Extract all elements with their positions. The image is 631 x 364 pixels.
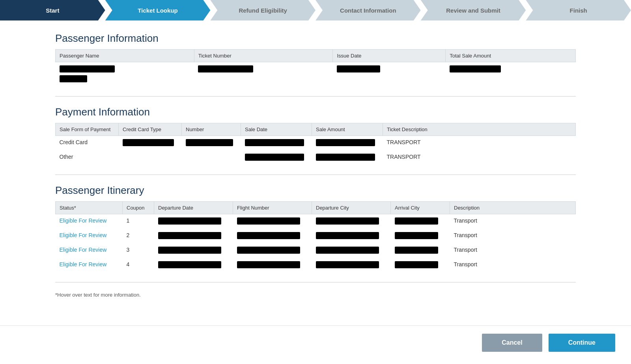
step-contact-information[interactable]: Contact Information [316, 0, 421, 20]
itinerary-description-1: Transport [450, 214, 576, 229]
itinerary-arrival-city-4 [391, 258, 450, 273]
itinerary-departure-city-3 [312, 243, 391, 258]
table-row [56, 62, 576, 87]
col-header-issue-date: Issue Date [333, 50, 446, 62]
col-header-sale-date: Sale Date [241, 123, 312, 136]
itinerary-departure-date-2 [154, 229, 233, 243]
col-header-arrival-city: Arrival City [391, 202, 450, 214]
issue-date-cell [333, 62, 446, 87]
table-row: Eligible For Review 2 Transport [56, 229, 576, 243]
table-row: Other TRANSPORT [56, 150, 576, 165]
passenger-information-title: Passenger Information [55, 32, 576, 45]
continue-button[interactable]: Continue [549, 334, 615, 352]
step-finish[interactable]: Finish [526, 0, 631, 20]
itinerary-arrival-city-2 [391, 229, 450, 243]
passenger-information-table: Passenger Name Ticket Number Issue Date … [55, 49, 576, 87]
col-header-ticket-description: Ticket Description [383, 123, 576, 136]
ticket-number-cell [194, 62, 333, 87]
sale-date-1 [241, 136, 312, 151]
credit-card-type-2 [119, 150, 182, 165]
passenger-name-cell [56, 62, 194, 87]
col-header-flight-number: Flight Number [233, 202, 312, 214]
itinerary-status-2: Eligible For Review [56, 229, 123, 243]
itinerary-departure-date-3 [154, 243, 233, 258]
itinerary-coupon-4: 4 [123, 258, 154, 273]
divider-3 [55, 282, 576, 282]
sale-date-2 [241, 150, 312, 165]
credit-card-type-1 [119, 136, 182, 151]
itinerary-departure-date-4 [154, 258, 233, 273]
divider-2 [55, 175, 576, 175]
table-row: Eligible For Review 3 Transport [56, 243, 576, 258]
itinerary-description-2: Transport [450, 229, 576, 243]
sale-amount-1 [312, 136, 383, 151]
total-sale-amount-cell [446, 62, 576, 87]
col-header-departure-city: Departure City [312, 202, 391, 214]
col-header-credit-card-type: Credit Card Type [119, 123, 182, 136]
cancel-button[interactable]: Cancel [482, 334, 542, 352]
itinerary-coupon-3: 3 [123, 243, 154, 258]
itinerary-departure-city-1 [312, 214, 391, 229]
step-start[interactable]: Start [0, 0, 105, 20]
itinerary-description-3: Transport [450, 243, 576, 258]
itinerary-flight-number-3 [233, 243, 312, 258]
button-row: Cancel Continue [0, 325, 631, 360]
ticket-description-2: TRANSPORT [383, 150, 576, 165]
itinerary-status-4: Eligible For Review [56, 258, 123, 273]
table-row: Eligible For Review 1 Transport [56, 214, 576, 229]
col-header-coupon: Coupon [123, 202, 154, 214]
itinerary-table: Status* Coupon Departure Date Flight Num… [55, 201, 576, 273]
sale-form-2: Other [56, 150, 119, 165]
payment-information-title: Payment Information [55, 106, 576, 118]
col-header-sale-amount: Sale Amount [312, 123, 383, 136]
col-header-description: Description [450, 202, 576, 214]
table-row: Eligible For Review 4 Transport [56, 258, 576, 273]
col-header-ticket-number: Ticket Number [194, 50, 333, 62]
sale-form-1: Credit Card [56, 136, 119, 151]
itinerary-flight-number-2 [233, 229, 312, 243]
passenger-itinerary-title: Passenger Itinerary [55, 184, 576, 197]
itinerary-arrival-city-3 [391, 243, 450, 258]
col-header-total-sale-amount: Total Sale Amount [446, 50, 576, 62]
table-row: Credit Card TRANSPORT [56, 136, 576, 151]
itinerary-status-3: Eligible For Review [56, 243, 123, 258]
number-2 [182, 150, 241, 165]
step-refund-eligibility[interactable]: Refund Eligibility [210, 0, 316, 20]
step-review-and-submit[interactable]: Review and Submit [421, 0, 526, 20]
col-header-number: Number [182, 123, 241, 136]
itinerary-flight-number-4 [233, 258, 312, 273]
col-header-departure-date: Departure Date [154, 202, 233, 214]
itinerary-description-4: Transport [450, 258, 576, 273]
col-header-passenger-name: Passenger Name [56, 50, 194, 62]
itinerary-departure-city-2 [312, 229, 391, 243]
sale-amount-2 [312, 150, 383, 165]
step-ticket-lookup[interactable]: Ticket Lookup [105, 0, 211, 20]
itinerary-departure-city-4 [312, 258, 391, 273]
itinerary-coupon-1: 1 [123, 214, 154, 229]
itinerary-departure-date-1 [154, 214, 233, 229]
main-content: Passenger Information Passenger Name Tic… [39, 20, 592, 325]
col-header-status: Status* [56, 202, 123, 214]
footer-note: *Hover over text for more information. [55, 292, 576, 298]
itinerary-arrival-city-1 [391, 214, 450, 229]
ticket-description-1: TRANSPORT [383, 136, 576, 151]
itinerary-flight-number-1 [233, 214, 312, 229]
number-1 [182, 136, 241, 151]
itinerary-status-1: Eligible For Review [56, 214, 123, 229]
col-header-sale-form: Sale Form of Payment [56, 123, 119, 136]
itinerary-coupon-2: 2 [123, 229, 154, 243]
divider-1 [55, 96, 576, 97]
progress-bar: Start Ticket Lookup Refund Eligibility C… [0, 0, 631, 20]
payment-information-table: Sale Form of Payment Credit Card Type Nu… [55, 123, 576, 165]
